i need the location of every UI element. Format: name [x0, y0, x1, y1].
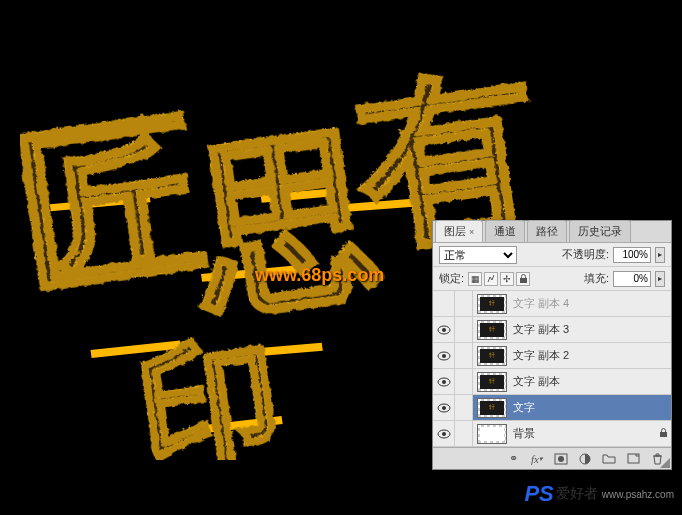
blend-row: 正常 不透明度: ▸ — [433, 243, 671, 267]
layer-list: 轩 文字 副本 4 轩 文字 副本 3 轩 文字 副本 2 轩 文字 副本 轩 … — [433, 291, 671, 447]
layer-thumbnail[interactable]: 轩 — [477, 372, 507, 392]
layer-thumbnail[interactable]: 轩 — [477, 320, 507, 340]
watermark-cn: 爱好者 — [556, 485, 598, 503]
eye-icon — [437, 403, 451, 413]
tab-paths[interactable]: 路径 — [527, 220, 567, 242]
layer-name[interactable]: 文字 副本 — [511, 374, 671, 389]
blend-mode-select[interactable]: 正常 — [439, 246, 517, 264]
svg-point-21 — [558, 456, 564, 462]
opacity-input[interactable] — [613, 247, 651, 263]
svg-rect-8 — [520, 278, 527, 283]
fill-dropdown-icon[interactable]: ▸ — [655, 271, 665, 287]
watermark-center: www.68ps.com — [255, 265, 384, 286]
svg-point-12 — [442, 354, 446, 358]
layer-thumbnail[interactable]: 轩 — [477, 346, 507, 366]
lock-position-icon[interactable]: ✢ — [500, 272, 514, 286]
svg-text:印: 印 — [129, 320, 289, 460]
layer-name[interactable]: 文字 副本 4 — [511, 296, 671, 311]
visibility-toggle[interactable] — [433, 395, 455, 420]
eye-icon — [437, 429, 451, 439]
panel-footer: ⚭ fx▾ — [433, 447, 671, 469]
group-icon[interactable] — [601, 452, 617, 466]
svg-text:匠: 匠 — [20, 94, 214, 316]
fill-label: 填充: — [584, 271, 609, 286]
layer-row[interactable]: 轩 文字 副本 3 — [433, 317, 671, 343]
watermark-corner: PS 爱好者 www.psahz.com — [524, 481, 674, 507]
visibility-toggle[interactable] — [433, 343, 455, 368]
layer-thumbnail[interactable] — [477, 424, 507, 444]
layer-row[interactable]: 轩 文字 副本 — [433, 369, 671, 395]
close-icon[interactable]: × — [469, 227, 474, 237]
svg-text:思: 思 — [176, 110, 388, 333]
layer-name[interactable]: 文字 副本 2 — [511, 348, 671, 363]
svg-text:匠: 匠 — [20, 94, 214, 316]
adjustment-icon[interactable] — [577, 452, 593, 466]
visibility-toggle[interactable] — [433, 317, 455, 342]
tab-channels[interactable]: 通道 — [485, 220, 525, 242]
layer-thumbnail[interactable]: 轩 — [477, 294, 507, 314]
svg-text:印: 印 — [129, 320, 289, 460]
svg-point-10 — [442, 328, 446, 332]
lock-all-icon[interactable] — [516, 272, 530, 286]
panel-tabs: 图层× 通道 路径 历史记录 — [433, 221, 671, 243]
lock-pixels-icon[interactable] — [484, 272, 498, 286]
lock-row: 锁定: ▦ ✢ 填充: ▸ — [433, 267, 671, 291]
opacity-label: 不透明度: — [562, 247, 609, 262]
visibility-toggle[interactable] — [433, 369, 455, 394]
layer-thumbnail[interactable]: 轩 — [477, 398, 507, 418]
new-layer-icon[interactable] — [625, 452, 641, 466]
lock-label: 锁定: — [439, 271, 464, 286]
visibility-toggle[interactable] — [433, 421, 455, 446]
layer-name[interactable]: 文字 副本 3 — [511, 322, 671, 337]
layer-row[interactable]: 轩 文字 副本 4 — [433, 291, 671, 317]
fill-input[interactable] — [613, 271, 651, 287]
mask-icon[interactable] — [553, 452, 569, 466]
resize-handle[interactable] — [660, 458, 670, 468]
watermark-url: www.psahz.com — [602, 489, 674, 500]
layer-row[interactable]: 轩 文字 副本 2 — [433, 343, 671, 369]
eye-icon — [437, 377, 451, 387]
fx-icon[interactable]: fx▾ — [529, 452, 545, 466]
lock-icon — [655, 428, 671, 440]
watermark-ps: PS — [524, 481, 553, 507]
layers-panel: 图层× 通道 路径 历史记录 正常 不透明度: ▸ 锁定: ▦ ✢ 填充: ▸ — [432, 220, 672, 470]
tab-history[interactable]: 历史记录 — [569, 220, 631, 242]
layer-row[interactable]: 轩 文字 — [433, 395, 671, 421]
lock-transparency-icon[interactable]: ▦ — [468, 272, 482, 286]
eye-icon — [437, 325, 451, 335]
svg-point-16 — [442, 406, 446, 410]
svg-text:思: 思 — [176, 110, 388, 333]
svg-point-18 — [442, 432, 446, 436]
layer-name[interactable]: 文字 — [511, 400, 671, 415]
svg-rect-23 — [628, 454, 639, 463]
layer-name[interactable]: 背景 — [511, 426, 655, 441]
eye-icon — [437, 351, 451, 361]
visibility-toggle[interactable] — [433, 291, 455, 316]
tab-layers[interactable]: 图层× — [435, 220, 483, 242]
layer-row[interactable]: 背景 — [433, 421, 671, 447]
svg-point-14 — [442, 380, 446, 384]
opacity-dropdown-icon[interactable]: ▸ — [655, 247, 665, 263]
link-layers-icon[interactable]: ⚭ — [505, 452, 521, 466]
svg-rect-19 — [660, 432, 667, 437]
